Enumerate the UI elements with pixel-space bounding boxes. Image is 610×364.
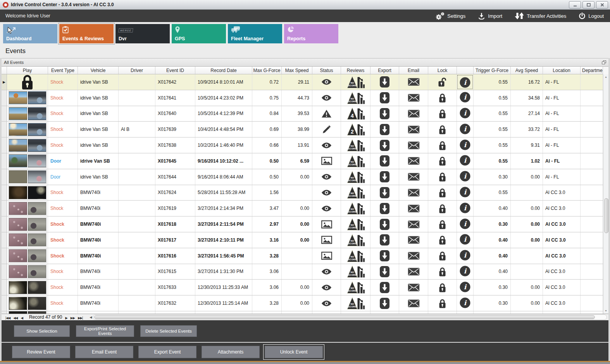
event-thumbnail[interactable]: [8, 201, 47, 216]
toolbar-settings-button[interactable]: Settings: [435, 12, 465, 20]
column-header-play[interactable]: Play: [7, 67, 48, 74]
column-header-status[interactable]: Status: [312, 67, 341, 74]
tab-gps[interactable]: GPS: [172, 24, 226, 43]
event-thumbnail[interactable]: [8, 91, 47, 105]
column-header-record_date[interactable]: Record Date: [195, 67, 252, 74]
review-score-icon[interactable]: 2: [346, 122, 365, 136]
table-row[interactable]: ShockBMW740iX0176163/27/2014 1:56:45 PM3…: [2, 248, 603, 264]
email-icon[interactable]: [408, 94, 420, 102]
maximize-button[interactable]: [582, 1, 594, 9]
event-thumbnail[interactable]: [8, 233, 47, 247]
email-icon[interactable]: [408, 110, 420, 118]
review-score-icon[interactable]: NOSCORE: [346, 138, 365, 152]
column-header-trigger_g[interactable]: Trigger G-Force: [474, 67, 511, 74]
tab-dvr[interactable]: MERGEDvr: [115, 24, 170, 43]
table-row[interactable]: Dooridrive Van SBX0176459/16/2014 10:12:…: [2, 153, 603, 169]
email-icon[interactable]: [408, 268, 420, 276]
event-info-button[interactable]: i: [459, 107, 471, 120]
review-score-icon[interactable]: NOSCORE: [346, 154, 365, 168]
email-icon[interactable]: [408, 252, 420, 260]
column-header-location[interactable]: Location: [543, 67, 581, 74]
vertical-scrollbar[interactable]: ▲ ▼: [603, 74, 608, 314]
column-header-event_id[interactable]: Event ID: [155, 67, 195, 74]
export-icon[interactable]: [379, 297, 390, 309]
review-score-icon[interactable]: NOSCORE: [346, 201, 365, 215]
unlock-event-button[interactable]: Unlock Event: [265, 346, 323, 358]
column-header-export[interactable]: Export: [370, 67, 399, 74]
email-icon[interactable]: [408, 78, 420, 86]
table-row[interactable]: ▶Shockidrive Van SBX01764210/9/2014 8:10…: [2, 74, 603, 90]
export-event-button[interactable]: Export Event: [138, 346, 196, 358]
event-thumbnail[interactable]: [8, 154, 47, 168]
scroll-up-icon[interactable]: ▲: [603, 74, 608, 80]
column-header-max_speed[interactable]: Max Speed: [282, 67, 312, 74]
show-selection-button[interactable]: Show Selection: [14, 325, 70, 337]
lock-icon[interactable]: [438, 156, 447, 166]
column-header-lock[interactable]: Lock: [428, 67, 457, 74]
export-icon[interactable]: [379, 250, 390, 262]
event-thumbnail[interactable]: [8, 296, 47, 311]
minimize-button[interactable]: [569, 1, 581, 9]
email-event-button[interactable]: Email Event: [75, 346, 133, 358]
nav-last-button[interactable]: ▶▶|: [78, 316, 83, 320]
event-thumbnail[interactable]: [8, 185, 47, 200]
review-score-icon[interactable]: NOSCORE: [346, 217, 365, 231]
horizontal-scrollbar[interactable]: ◀: [90, 314, 607, 320]
export-icon[interactable]: [379, 282, 390, 294]
nav-prev-page-button[interactable]: ◀◀: [13, 316, 17, 320]
event-thumbnail[interactable]: [8, 122, 47, 137]
lock-icon[interactable]: [438, 251, 447, 261]
attachments-button[interactable]: Attachments: [202, 346, 260, 358]
table-row[interactable]: ShockBMW740iX0176193/27/2014 2:14:34 PM3…: [2, 201, 603, 216]
event-thumbnail[interactable]: [8, 106, 47, 121]
scroll-down-icon[interactable]: ▼: [603, 308, 608, 314]
email-icon[interactable]: [408, 157, 420, 165]
toolbar-import-button[interactable]: Import: [478, 12, 502, 20]
event-info-button[interactable]: i: [459, 234, 471, 246]
review-score-icon[interactable]: NOSCORE: [346, 264, 365, 278]
table-row[interactable]: Shockidrive Van SBAl BX01763910/4/2014 4…: [2, 122, 603, 137]
email-icon[interactable]: [408, 283, 420, 292]
email-icon[interactable]: [408, 299, 420, 307]
export-icon[interactable]: [379, 171, 390, 183]
event-info-button[interactable]: i: [459, 155, 471, 167]
lock-icon[interactable]: [438, 187, 447, 198]
lock-icon[interactable]: [438, 93, 447, 103]
column-header-reviews[interactable]: Reviews: [341, 67, 370, 74]
export-icon[interactable]: [379, 92, 390, 104]
horizontal-scrollbar-track[interactable]: [93, 314, 607, 320]
column-header-vehicle[interactable]: Vehicle: [78, 67, 119, 74]
table-row[interactable]: ShockBMW740iX0176173/27/2014 2:10:11 PM3…: [2, 232, 603, 248]
lock-icon[interactable]: [438, 124, 447, 135]
table-row[interactable]: Shockidrive Van SBX01764110/5/2014 4:23:…: [2, 90, 603, 106]
toolbar-logout-button[interactable]: Logout: [579, 12, 604, 20]
tab-reports[interactable]: Reports: [284, 24, 338, 43]
event-info-button[interactable]: i: [459, 202, 471, 215]
export-icon[interactable]: [379, 234, 390, 246]
export-icon[interactable]: [379, 76, 390, 88]
lock-icon[interactable]: [438, 203, 447, 214]
event-info-button[interactable]: i: [459, 91, 471, 104]
column-header-driver[interactable]: Driver: [119, 67, 155, 74]
tab-dashboard[interactable]: Dashboard: [3, 24, 57, 43]
table-row[interactable]: ShockBMW740iX01763312/30/2013 11:25:33 A…: [2, 280, 603, 295]
event-thumbnail[interactable]: [8, 264, 47, 279]
email-icon[interactable]: [408, 220, 420, 228]
review-score-icon[interactable]: NOSCORE: [346, 170, 365, 184]
event-info-button[interactable]: i: [459, 281, 471, 294]
event-thumbnail[interactable]: [8, 170, 47, 184]
email-icon[interactable]: [408, 189, 420, 197]
vertical-scrollbar-thumb[interactable]: [604, 198, 608, 233]
table-row[interactable]: Dooridrive Van SBX0176449/16/2014 8:06:4…: [2, 169, 603, 185]
horizontal-scrollbar-thumb[interactable]: [94, 315, 595, 319]
toolbar-transfer-activities-button[interactable]: Transfer Activities: [515, 12, 566, 20]
export-icon[interactable]: [379, 108, 390, 120]
export-icon[interactable]: [379, 124, 390, 136]
lock-icon[interactable]: [438, 298, 447, 309]
lock-icon[interactable]: [438, 108, 447, 119]
email-icon[interactable]: [408, 125, 420, 134]
event-info-button[interactable]: i: [459, 170, 471, 183]
export-icon[interactable]: [379, 203, 390, 215]
email-icon[interactable]: [408, 141, 420, 149]
tab-fleet-manager[interactable]: Fleet Manager: [228, 24, 282, 43]
